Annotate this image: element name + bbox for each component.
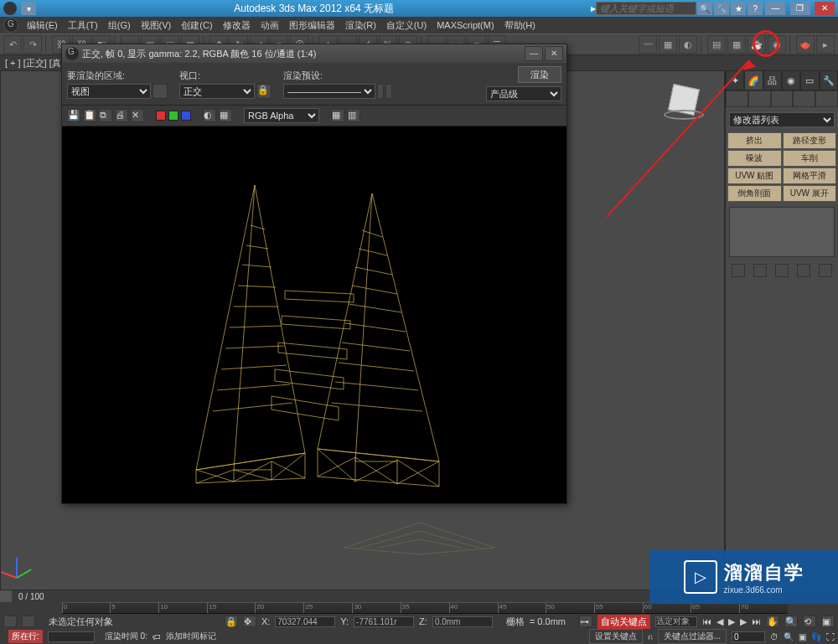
isolate-icon[interactable]: ⊶ <box>579 616 592 627</box>
channel-select[interactable]: RGB Alpha <box>244 108 319 123</box>
cp-subtab-1[interactable] <box>726 90 748 107</box>
goto-end-icon[interactable]: ⏭ <box>752 616 761 626</box>
time-ruler[interactable]: 0 5 10 15 20 25 30 35 40 45 50 55 60 65 … <box>62 602 788 614</box>
menu-view[interactable]: 视图(V) <box>136 18 177 33</box>
render-titlebar[interactable]: 正交, 帧 0, 显示 gamma: 2.2, RGBA 颜色 16 位/通道 … <box>62 44 566 63</box>
alpha-icon[interactable]: ◐ <box>203 109 216 122</box>
restore-button[interactable]: ❐ <box>790 2 810 15</box>
nav-fov-icon[interactable]: ▣ <box>799 632 806 641</box>
mod-noise[interactable]: 噪波 <box>727 150 782 167</box>
wrench-icon[interactable]: 🔧 <box>714 2 729 15</box>
minimize-button[interactable]: — <box>765 2 785 15</box>
menu-help[interactable]: 帮助(H) <box>499 18 541 33</box>
play-icon[interactable]: ▶ <box>728 616 735 627</box>
search-input[interactable] <box>596 2 696 15</box>
remove-mod-icon[interactable] <box>797 264 810 277</box>
lock-selection-icon[interactable]: 🔒 <box>225 616 238 627</box>
key-mode-icon[interactable]: ⎌ <box>648 632 653 641</box>
make-unique-icon[interactable] <box>775 264 789 277</box>
menu-maxscript[interactable]: MAXScript(M) <box>432 18 499 32</box>
prev-frame-icon[interactable]: ◀ <box>716 616 723 627</box>
mono-icon[interactable]: ▦ <box>219 109 232 122</box>
current-frame-input[interactable] <box>732 631 765 642</box>
render-last-icon[interactable]: ▸ <box>816 35 835 54</box>
autokey-button[interactable]: 自动关键点 <box>597 615 650 629</box>
channel-green-icon[interactable] <box>168 111 178 121</box>
time-tag-icon[interactable]: 🏷 <box>153 632 161 641</box>
render-button[interactable]: 渲染 <box>518 66 561 83</box>
production-select[interactable]: 产品级 <box>486 86 561 101</box>
nav-walk-icon[interactable]: 👣 <box>811 632 821 641</box>
menu-edit[interactable]: 编辑(E) <box>22 18 63 33</box>
titlebar-tool-icon[interactable]: ▾ <box>21 2 36 15</box>
clone-frame-icon[interactable]: ⧉ <box>99 109 112 122</box>
area-to-render-select[interactable]: 视图 <box>67 84 151 99</box>
help-icon[interactable]: ? <box>747 2 763 15</box>
pin-stack-icon[interactable] <box>732 264 745 277</box>
configure-icon[interactable] <box>819 264 832 277</box>
key-filters-button[interactable]: 关键点过滤器... <box>658 629 727 644</box>
abs-rel-icon[interactable]: ✥ <box>243 616 256 627</box>
menu-customize[interactable]: 自定义(U) <box>381 18 432 33</box>
nav-max2-icon[interactable]: ⛶ <box>826 632 835 641</box>
mod-bevelprofile[interactable]: 倒角剖面 <box>727 185 782 202</box>
menu-animation[interactable]: 动画 <box>256 18 284 33</box>
render-min-button[interactable]: — <box>525 46 543 61</box>
modifier-list-dropdown[interactable]: 修改器列表 <box>729 112 835 127</box>
redo-icon[interactable]: ↷ <box>23 35 42 54</box>
tab-display-icon[interactable]: ▭ <box>800 70 819 90</box>
nav-orbit-icon[interactable]: ⟲ <box>803 616 816 627</box>
render-close-button[interactable]: ✕ <box>545 46 563 61</box>
undo-icon[interactable]: ↶ <box>3 35 22 54</box>
toggle-trackbar-icon[interactable] <box>22 616 35 627</box>
add-time-tag[interactable]: 添加时间标记 <box>166 631 216 642</box>
render-preset-select[interactable]: ———————— <box>283 84 375 99</box>
star-icon[interactable]: ★ <box>731 2 746 15</box>
nav-pan-icon[interactable]: ✋ <box>766 616 779 627</box>
toggle-ui-icon[interactable]: ▥ <box>347 109 360 122</box>
cp-subtab-4[interactable] <box>793 90 815 107</box>
render-setup-icon[interactable] <box>377 84 384 99</box>
menu-create[interactable]: 创建(C) <box>176 18 217 33</box>
cp-subtab-5[interactable] <box>815 90 838 107</box>
frame-slider[interactable] <box>0 590 12 602</box>
cp-subtab-2[interactable] <box>748 90 771 107</box>
mod-uvwmap[interactable]: UVW 贴图 <box>727 167 782 184</box>
nav-zoom-icon[interactable]: 🔍 <box>784 616 798 627</box>
app-menu-icon[interactable] <box>3 18 18 33</box>
environment-icon[interactable] <box>385 84 392 99</box>
menu-modifiers[interactable]: 修改器 <box>218 18 256 33</box>
tab-hierarchy-icon[interactable]: 品 <box>763 70 782 90</box>
next-frame-icon[interactable]: ▶ <box>740 616 747 627</box>
nav-zoom2-icon[interactable]: 🔍 <box>784 632 794 641</box>
channel-blue-icon[interactable] <box>181 111 191 121</box>
menu-tools[interactable]: 工具(T) <box>63 18 103 33</box>
y-coord-input[interactable] <box>354 616 414 627</box>
menu-graph-editors[interactable]: 图形编辑器 <box>284 18 340 33</box>
render-iterative-icon[interactable]: ◉ <box>768 35 786 54</box>
set-key-button[interactable]: 设置关键点 <box>589 629 643 644</box>
script-input[interactable] <box>48 631 95 642</box>
render-production-icon[interactable]: ☕ <box>747 35 766 54</box>
show-end-icon[interactable] <box>753 264 767 277</box>
close-button[interactable]: ✕ <box>815 2 835 15</box>
tab-motion-icon[interactable]: ◉ <box>782 70 800 90</box>
render-setup-icon[interactable]: ▤ <box>707 35 726 54</box>
tab-modify-icon[interactable]: 🌈 <box>744 70 763 90</box>
viewcube[interactable] <box>664 81 704 121</box>
modifier-stack[interactable] <box>729 207 835 257</box>
mod-pathdeform[interactable]: 路径变形 <box>783 132 837 149</box>
copy-image-icon[interactable]: 📋 <box>83 109 96 122</box>
menu-group[interactable]: 组(G) <box>103 18 136 33</box>
mod-uvwunwrap[interactable]: UVW 展开 <box>783 185 837 202</box>
nav-max-icon[interactable]: ▣ <box>821 616 835 627</box>
viewport-label[interactable]: [ + ] [正交] [真 <box>5 58 61 68</box>
mod-extrude[interactable]: 挤出 <box>727 132 782 149</box>
edit-region-icon[interactable] <box>153 84 168 99</box>
z-coord-input[interactable] <box>432 616 493 627</box>
render-frame-icon[interactable]: ▦ <box>727 35 746 54</box>
mod-meshsmooth[interactable]: 网格平滑 <box>783 167 837 184</box>
save-image-icon[interactable]: 💾 <box>67 109 80 122</box>
tab-create-icon[interactable]: ✦ <box>726 70 744 90</box>
curve-editor-icon[interactable]: 〰 <box>639 35 657 54</box>
